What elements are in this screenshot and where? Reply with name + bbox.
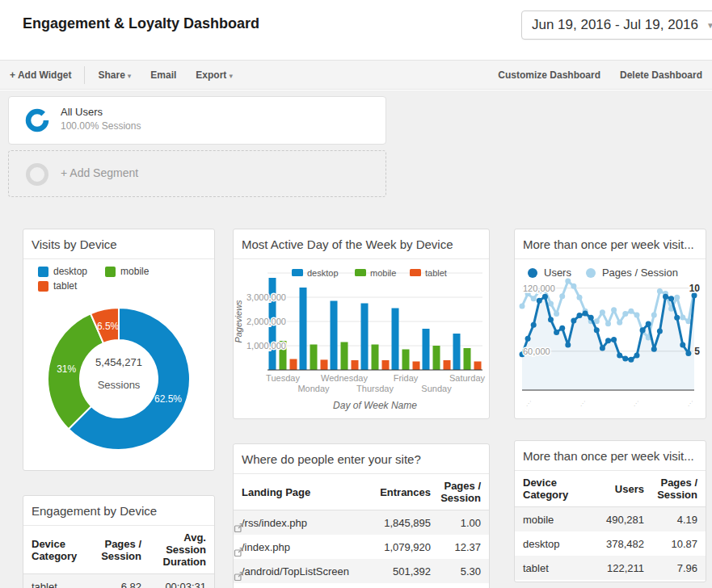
- row-label: /index.php: [242, 541, 358, 553]
- legend-swatch-tablet: [410, 269, 421, 276]
- chevron-down-icon: ▾: [229, 72, 233, 80]
- export-menu-button[interactable]: Export▾: [186, 69, 242, 81]
- donut-center-label: Sessions: [98, 379, 141, 391]
- delete-dashboard-button[interactable]: Delete Dashboard: [610, 69, 712, 81]
- data-point: [617, 353, 622, 359]
- row-value: 00:03:31: [141, 581, 206, 588]
- bar-tablet-friday: [413, 362, 420, 371]
- segment-all-users[interactable]: All Users 100.00% Sessions: [8, 96, 386, 145]
- cell-text: /index.php: [242, 541, 290, 553]
- email-button[interactable]: Email: [141, 69, 186, 81]
- data-point: [674, 315, 680, 321]
- bar-tablet-sunday: [444, 360, 451, 370]
- legend-label: mobile: [370, 268, 396, 278]
- widget-engagement-by-device: Engagement by Device Device CategoryPage…: [23, 495, 215, 588]
- data-point: [628, 357, 634, 363]
- bar-tablet-monday: [321, 359, 328, 370]
- x-axis-title: Day of Week Name: [333, 400, 417, 411]
- table-row: /rss/index.php1,845,8951.00: [234, 510, 489, 535]
- row-value: 6.82: [88, 581, 141, 588]
- data-point: [525, 336, 531, 342]
- data-point: [531, 296, 537, 301]
- column-header: Landing Page: [242, 486, 358, 498]
- data-point: [634, 353, 640, 359]
- data-point: [600, 345, 605, 351]
- data-point: [559, 293, 565, 299]
- data-point: [651, 346, 657, 352]
- y-tick-label: 1,000,000: [246, 341, 286, 351]
- left-axis-tick-label: 60,000: [523, 346, 550, 356]
- table-row: desktop378,48210.87: [515, 531, 706, 556]
- line-chart: 120,00060,000105············: [515, 273, 707, 418]
- x-tick-mark: ···: [632, 398, 641, 408]
- row-value: 501,392: [358, 565, 431, 578]
- data-point: [617, 320, 622, 326]
- x-tick-label: Sunday: [421, 384, 452, 393]
- empty-ring-icon: [25, 162, 49, 187]
- legend-label: tablet: [425, 268, 447, 278]
- data-point: [577, 295, 583, 300]
- table-body: mobile490,2814.19desktop378,48210.87tabl…: [515, 507, 706, 580]
- widget-title: Where do people enter your site?: [234, 444, 489, 474]
- row-value: 1,845,895: [358, 517, 431, 529]
- data-point: [634, 312, 640, 317]
- row-value: 1.00: [431, 517, 481, 529]
- bar-tablet-thursday: [382, 360, 390, 370]
- right-axis-tick-label: 10: [689, 283, 701, 294]
- share-label: Share: [98, 69, 124, 81]
- x-tick-mark: ···: [525, 398, 533, 408]
- data-point: [680, 315, 685, 321]
- date-range-selector[interactable]: Jun 19, 2016 - Jul 19, 2016 ▼: [521, 10, 712, 40]
- column-header: Device Category: [32, 538, 88, 562]
- customize-dashboard-button[interactable]: Customize Dashboard: [488, 69, 610, 81]
- share-menu-button[interactable]: Share▾: [88, 69, 141, 81]
- data-point: [657, 329, 663, 334]
- data-point: [680, 342, 685, 348]
- table-body: tablet6.8200:03:31: [23, 574, 214, 588]
- bar-desktop-saturday: [453, 334, 461, 370]
- widget-title: More than once per week visit...: [515, 229, 706, 259]
- cell-text: 6.82: [121, 581, 141, 588]
- date-range-text: Jun 19, 2016 - Jul 19, 2016: [532, 17, 698, 32]
- row-label: desktop: [523, 538, 586, 550]
- row-value: 10.87: [644, 538, 697, 550]
- row-value: 12.37: [431, 541, 481, 553]
- data-point: [520, 304, 525, 309]
- data-point: [657, 288, 663, 294]
- widget-visits-by-device: Visits by Device desktopmobiletablet 62.…: [23, 229, 215, 471]
- cell-text: 378,482: [606, 538, 644, 550]
- row-value: 490,281: [586, 514, 644, 526]
- data-point: [588, 315, 594, 321]
- cell-text: 1,079,920: [384, 541, 431, 553]
- table-row: /android/TopListScreen501,3925.30: [234, 559, 489, 583]
- widget-landing-pages: Where do people enter your site? Landing…: [233, 443, 490, 588]
- data-point: [685, 351, 691, 356]
- column-header: Pages / Session: [88, 538, 141, 562]
- device-category-table: Device CategoryUsersPages / Sessionmobil…: [515, 471, 706, 580]
- landing-pages-table: Landing PageEntrancesPages / Session/rss…: [234, 474, 489, 583]
- x-tick-label: Thursday: [356, 384, 394, 393]
- row-label: /rss/index.php: [242, 517, 358, 529]
- cell-text: 501,392: [393, 565, 431, 578]
- add-widget-button[interactable]: + Add Widget: [0, 69, 81, 81]
- bar-mobile-saturday: [464, 348, 471, 370]
- data-point: [571, 318, 576, 324]
- table-row: /index.php1,079,92012.37: [234, 535, 489, 559]
- dashboard-content: All Users 100.00% Sessions + Add Segment…: [0, 90, 712, 588]
- y-axis-title: Pageviews: [234, 300, 243, 343]
- row-label: tablet: [523, 562, 586, 574]
- data-point: [565, 342, 571, 348]
- add-segment-button[interactable]: + Add Segment: [8, 150, 386, 197]
- table-header-row: Device CategoryPages / SessionAvg. Sessi…: [23, 526, 214, 574]
- chevron-down-icon: ▼: [706, 21, 712, 30]
- cell-text: 5.30: [461, 565, 481, 578]
- export-label: Export: [196, 69, 226, 81]
- bar-desktop-sunday: [423, 329, 430, 370]
- column-header: Avg. Session Duration: [141, 531, 206, 568]
- page-title: Engagement & Loyalty Dashboard: [23, 15, 259, 32]
- table-row: tablet6.8200:03:31: [23, 574, 214, 588]
- row-label: mobile: [523, 514, 586, 526]
- bar-desktop-thursday: [361, 304, 369, 371]
- engagement-table: Device CategoryPages / SessionAvg. Sessi…: [23, 526, 214, 588]
- bar-mobile-friday: [402, 350, 410, 371]
